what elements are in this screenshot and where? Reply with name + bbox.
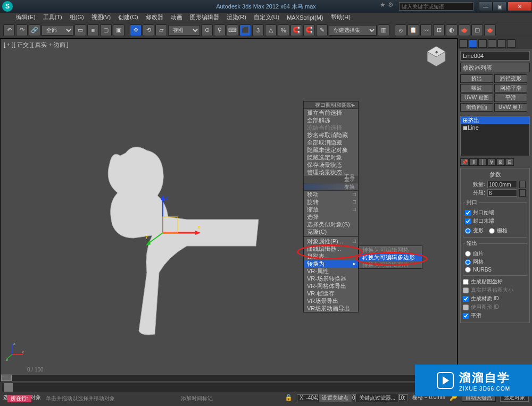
cm-isolate[interactable]: 孤立当前选择 [304, 109, 358, 116]
cm-obj-props[interactable]: 对象属性(P)...□ [304, 238, 358, 245]
listener-tag[interactable]: 所在行: [7, 395, 31, 402]
select-object-button[interactable]: ▭ [74, 24, 86, 36]
show-end-button[interactable]: Ⅱ [469, 158, 478, 166]
cm-curve-editor[interactable]: 曲线编辑器... [304, 245, 358, 252]
spinner-snap-button[interactable]: % [278, 24, 289, 36]
btn-extrude[interactable]: 挤出 [460, 74, 493, 83]
menu-views[interactable]: 视图(V) [92, 13, 111, 21]
cm-vr-framebuffer[interactable]: VR-帧缓存 [304, 290, 358, 297]
cm-select-similar[interactable]: 选择类似对象(S) [304, 221, 358, 228]
search-input[interactable] [402, 4, 471, 10]
btn-uvwmap[interactable]: UVW 贴图 [460, 94, 493, 102]
schematic-view-button[interactable]: ⊞ [433, 24, 445, 36]
cap-start-check[interactable] [465, 210, 471, 216]
ref-coord-system[interactable]: 视图 [168, 25, 200, 36]
cm-unhide-by-name[interactable]: 按名称取消隐藏 [304, 131, 358, 139]
cm-freeze-sel[interactable]: 冻结当前选择 [304, 124, 358, 131]
select-by-name-button[interactable]: ≡ [87, 24, 99, 36]
minimize-button[interactable]: — [479, 2, 493, 11]
cm-hide-unsel[interactable]: 隐藏未选定对象 [304, 146, 358, 154]
cm-scale[interactable]: 缩放□ [304, 206, 358, 213]
setkey-button[interactable]: 设置关键点 [318, 394, 352, 402]
help-search[interactable] [399, 2, 473, 11]
snap2-button[interactable]: 🧲 [303, 24, 315, 36]
morph-radio[interactable] [465, 228, 471, 234]
utilities-tab[interactable] [507, 39, 516, 48]
angle-snap-button[interactable]: 3 [252, 24, 264, 36]
use-center-button[interactable]: ⊙ [201, 24, 213, 36]
segments-spin-buttons[interactable] [519, 189, 526, 197]
keyboard-shortcut-button[interactable]: ⌨ [227, 24, 238, 36]
cm-dope-sheet[interactable]: 摄影表... [304, 252, 358, 260]
selection-filter[interactable]: 全部 [41, 25, 73, 36]
object-name-field[interactable]: Line004 [460, 51, 530, 61]
sm-edit-patch[interactable]: 转换为可编辑面片 [359, 261, 422, 268]
btn-pathdeform[interactable]: 路径变形 [494, 74, 527, 83]
gen-matid-check[interactable] [463, 296, 469, 302]
time-marker[interactable] [4, 383, 13, 392]
menu-rendering[interactable]: 渲染(R) [227, 13, 246, 21]
modify-tab[interactable] [469, 39, 477, 48]
btn-bevelprofile[interactable]: 倒角剖面 [460, 103, 493, 112]
cm-hide-sel[interactable]: 隐藏选定对象 [304, 154, 358, 161]
menu-modifiers[interactable]: 修改器 [146, 13, 163, 21]
btn-meshsmooth[interactable]: 网格平滑 [494, 84, 527, 92]
menu-animation[interactable]: 动画 [171, 13, 182, 21]
cap-end-check[interactable] [465, 218, 471, 224]
motion-tab[interactable] [488, 39, 496, 48]
cm-vr-props[interactable]: VR-属性 [304, 267, 358, 275]
close-button[interactable]: ✕ [508, 2, 532, 11]
sm-edit-mesh[interactable]: 转换为可编辑网格 [359, 246, 422, 253]
viewcube[interactable]: ◆ [424, 44, 448, 69]
btn-noise[interactable]: 噪波 [460, 84, 493, 92]
stack-item-extrude[interactable]: ⊞ 挤出 [461, 116, 529, 124]
cm-select[interactable]: 选择 [304, 213, 358, 221]
cm-clone[interactable]: 克隆(C) [304, 228, 358, 235]
rotate-button[interactable]: ⟲ [143, 24, 154, 36]
cm-vr-scene-export[interactable]: VR场景导出 [304, 297, 358, 304]
patch-radio[interactable] [465, 251, 471, 257]
star-icon[interactable]: ★ [380, 1, 386, 9]
grid-radio[interactable] [489, 228, 495, 234]
create-tab[interactable] [459, 39, 468, 48]
menu-create[interactable]: 创建(C) [118, 13, 138, 21]
cm-vr-converter[interactable]: VR-场景转换器 [304, 275, 358, 282]
stack-item-line[interactable]: ◼ Line [461, 124, 529, 131]
pin-stack-button[interactable]: 📌 [460, 158, 469, 166]
cm-vr-mesh-export[interactable]: VR-网格体导出 [304, 282, 358, 290]
window-crossing-button[interactable]: ▣ [113, 24, 124, 36]
viewport[interactable]: [ + ][ 正交 ][ 真实 + 边面 ] ◆ z x [0, 38, 458, 382]
keyfilter-button[interactable]: 关键点过滤器... [355, 394, 399, 402]
viewport-hscroll[interactable] [1, 374, 457, 382]
hierarchy-tab[interactable] [478, 39, 487, 48]
lock-icon[interactable]: 🔒 [285, 394, 293, 401]
move-button[interactable]: ✥ [130, 24, 142, 36]
modifier-list[interactable]: 修改器列表 [460, 63, 530, 72]
redo-button[interactable]: ↷ [16, 24, 28, 36]
configure-button[interactable]: ⊟ [505, 158, 514, 166]
material-editor-button[interactable]: ◐ [446, 24, 458, 36]
smooth-check[interactable] [463, 313, 469, 319]
menu-customize[interactable]: 自定义(U) [254, 13, 279, 21]
menu-edit[interactable]: 编辑(E) [16, 13, 36, 21]
menu-maxscript[interactable]: MAXScript(M) [287, 14, 323, 21]
add-time-tag[interactable]: 添加时间标记 [181, 395, 213, 402]
scroll-thumb[interactable] [1, 375, 12, 381]
nurbs-radio[interactable] [465, 267, 471, 273]
curve-editor-button[interactable]: 〰 [420, 24, 432, 36]
amount-spin-buttons[interactable] [519, 181, 526, 188]
layer-button[interactable]: 📋 [408, 24, 419, 36]
menu-tools[interactable]: 工具(T) [43, 13, 62, 21]
cm-convert-to[interactable]: 转换为▸ [304, 260, 358, 267]
make-unique-button[interactable]: │ [478, 158, 487, 166]
mirror-button[interactable]: ▥ [378, 24, 389, 36]
menu-group[interactable]: 组(G) [70, 13, 84, 21]
segments-spinner[interactable]: 6 [487, 189, 517, 197]
sm-edit-poly[interactable]: 转换为可编辑多边形 [359, 253, 422, 261]
menu-help[interactable]: 帮助(H) [331, 13, 351, 21]
named-selection-set[interactable]: 创建选择集 [329, 25, 377, 36]
render-button[interactable]: 🫖 [484, 24, 496, 36]
btn-smooth[interactable]: 平滑 [494, 94, 527, 102]
scale-button[interactable]: ▱ [155, 24, 167, 36]
manipulate-button[interactable]: ⚲ [214, 24, 226, 36]
